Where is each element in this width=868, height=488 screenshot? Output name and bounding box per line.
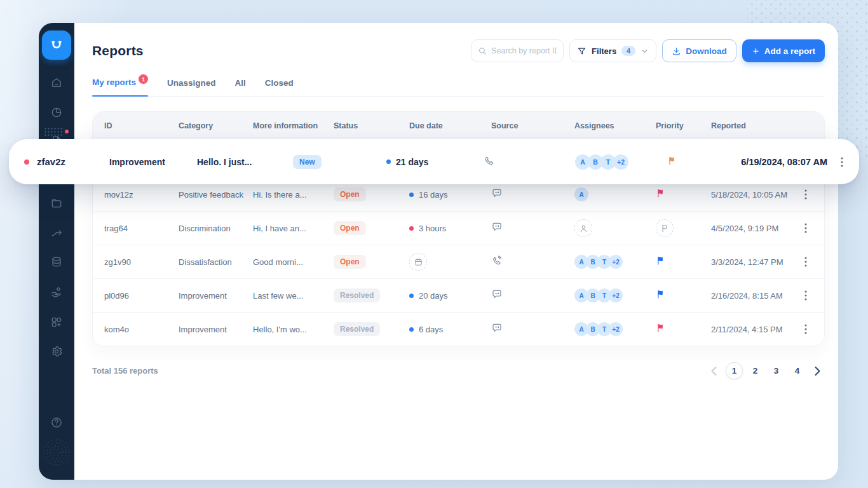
row-menu-button[interactable] bbox=[799, 322, 813, 336]
page-header: Reports Filters 4 Download bbox=[92, 39, 825, 62]
flag-icon bbox=[656, 188, 666, 198]
report-id: kom4o bbox=[104, 325, 179, 334]
fingerprint-decoration bbox=[41, 437, 72, 468]
tab-all[interactable]: All bbox=[235, 78, 246, 96]
status-badge: New bbox=[293, 155, 322, 169]
report-category: Dissatisfaction bbox=[179, 257, 253, 267]
folder-icon bbox=[50, 197, 63, 210]
page-number-2[interactable]: 2 bbox=[747, 362, 764, 379]
phone-call-icon bbox=[491, 255, 503, 266]
app-logo[interactable] bbox=[42, 30, 71, 60]
sidebar-item-flows[interactable] bbox=[50, 226, 63, 239]
kebab-icon bbox=[799, 288, 813, 302]
tab-closed[interactable]: Closed bbox=[265, 78, 294, 96]
no-priority-placeholder bbox=[656, 219, 674, 237]
report-id: pl0d96 bbox=[104, 291, 179, 301]
due-date-cell: 21 days bbox=[386, 157, 483, 167]
sidebar-item-home[interactable] bbox=[50, 76, 63, 89]
filters-button[interactable]: Filters 4 bbox=[569, 39, 656, 62]
report-info: Last few we... bbox=[253, 291, 334, 301]
report-id: mov12z bbox=[104, 190, 179, 200]
reported-date: 3/3/2024, 12:47 PM bbox=[711, 257, 799, 267]
search-input[interactable] bbox=[491, 46, 557, 55]
filters-count-badge: 4 bbox=[621, 46, 635, 56]
reported-date: 4/5/2024, 9:19 PM bbox=[711, 224, 799, 233]
download-button[interactable]: Download bbox=[662, 39, 736, 62]
page-number-3[interactable]: 3 bbox=[768, 362, 785, 379]
row-menu-button[interactable] bbox=[799, 288, 813, 302]
phone-icon bbox=[483, 155, 494, 166]
tab-label: All bbox=[235, 78, 246, 88]
calendar-icon bbox=[414, 257, 423, 267]
logo-u-icon bbox=[48, 37, 65, 53]
help-icon bbox=[50, 416, 63, 429]
column-header-source: Source bbox=[491, 121, 574, 130]
pagination-next-button[interactable] bbox=[810, 363, 825, 379]
page-title: Reports bbox=[92, 43, 144, 58]
table-row[interactable]: kom4o Improvement Hello, I'm wo... Resol… bbox=[93, 312, 824, 346]
status-badge: Open bbox=[334, 255, 366, 269]
notification-dot bbox=[64, 129, 69, 134]
download-label: Download bbox=[686, 46, 727, 56]
sidebar-item-analytics[interactable] bbox=[50, 106, 63, 119]
add-report-button[interactable]: Add a report bbox=[742, 39, 825, 62]
kebab-icon bbox=[799, 322, 813, 336]
tab-label: My reports bbox=[92, 78, 136, 87]
tab-unassigned[interactable]: Unassigned bbox=[167, 78, 216, 96]
column-header-reported: Reported bbox=[711, 121, 799, 130]
table-header-row: ID Category More information Status Due … bbox=[93, 112, 824, 140]
page-number-4[interactable]: 4 bbox=[789, 362, 806, 379]
due-text: 3 hours bbox=[419, 224, 446, 233]
report-id: zfav2z bbox=[37, 156, 65, 167]
apps-grid-icon bbox=[50, 316, 63, 329]
pagination-prev-button[interactable] bbox=[707, 363, 722, 379]
flag-icon bbox=[667, 156, 677, 166]
column-header-assignees: Assignees bbox=[574, 121, 656, 130]
assignee-more-chip: +2 bbox=[613, 154, 628, 170]
row-menu-button[interactable] bbox=[799, 255, 813, 269]
popped-report-row[interactable]: zfav2z Improvement Hello. I just... New … bbox=[9, 139, 859, 184]
report-info: Hello. I just... bbox=[197, 157, 293, 167]
table-row[interactable]: trag64 Discrimination Hi, I have an... O… bbox=[93, 211, 824, 245]
assignees-cell: ABT+2 bbox=[574, 322, 656, 336]
assignees-cell: ABT+2 bbox=[574, 255, 656, 269]
table-row[interactable]: pl0d96 Improvement Last few we... Resolv… bbox=[93, 278, 824, 312]
reported-date: 2/16/2024, 8:15 AM bbox=[711, 291, 799, 301]
sidebar-item-files[interactable] bbox=[50, 197, 63, 210]
status-badge: Open bbox=[334, 221, 366, 235]
table-row[interactable]: zg1v90 Dissatisfaction Good morni... Ope… bbox=[93, 245, 824, 278]
search-box[interactable] bbox=[471, 39, 564, 62]
due-date-cell: 16 days bbox=[409, 190, 491, 200]
source-cell bbox=[491, 288, 574, 302]
due-text: 21 days bbox=[396, 157, 428, 167]
priority-cell bbox=[656, 188, 711, 201]
sidebar-item-help[interactable] bbox=[50, 416, 63, 429]
due-dot bbox=[409, 226, 414, 231]
row-menu-button[interactable] bbox=[835, 155, 849, 169]
column-header-due-date: Due date bbox=[409, 121, 491, 130]
tab-label: Closed bbox=[265, 78, 294, 88]
report-category: Improvement bbox=[109, 157, 197, 167]
report-id: zg1v90 bbox=[104, 257, 179, 267]
due-date-cell: 20 days bbox=[409, 291, 491, 301]
page-number-1[interactable]: 1 bbox=[726, 362, 743, 379]
kebab-icon bbox=[799, 255, 813, 269]
sidebar-item-payouts[interactable] bbox=[50, 286, 63, 299]
sidebar-item-apps[interactable] bbox=[50, 316, 63, 329]
app-window: Reports Filters 4 Download bbox=[39, 23, 838, 480]
tab-my-reports[interactable]: My reports1 bbox=[92, 78, 148, 96]
source-cell bbox=[491, 221, 574, 235]
chevron-right-icon bbox=[810, 363, 825, 379]
status-badge: Open bbox=[334, 187, 366, 201]
row-menu-button[interactable] bbox=[799, 187, 813, 201]
header-controls: Filters 4 Download Add a report bbox=[471, 39, 825, 62]
sidebar-item-database[interactable] bbox=[50, 255, 63, 268]
column-header-id: ID bbox=[104, 121, 179, 130]
due-text: 20 days bbox=[419, 291, 448, 301]
download-icon bbox=[672, 46, 681, 56]
chat-icon bbox=[491, 322, 503, 334]
person-icon bbox=[579, 224, 588, 233]
row-menu-button[interactable] bbox=[799, 221, 813, 235]
sidebar-item-settings[interactable] bbox=[50, 345, 63, 358]
assignees-cell: A bbox=[574, 187, 656, 201]
